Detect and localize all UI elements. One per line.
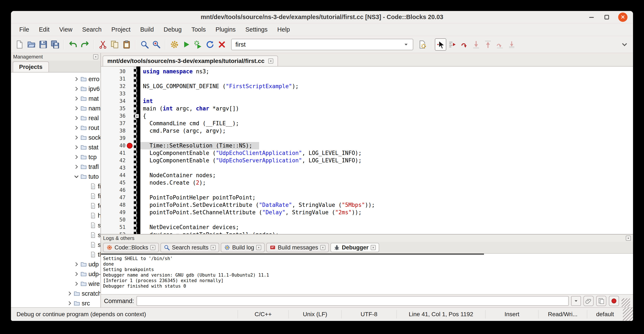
tree-chevron-icon[interactable]: [73, 164, 80, 170]
code-text[interactable]: pointToPoint.SetDeviceAttribute ("DataRa…: [140, 201, 375, 209]
line-number[interactable]: 49: [101, 209, 134, 216]
code-text[interactable]: NodeContainer nodes;: [140, 172, 216, 179]
line-number[interactable]: 48: [101, 201, 134, 209]
copy-log-button[interactable]: [596, 296, 606, 306]
line-number[interactable]: 36: [101, 112, 134, 120]
fold-margin[interactable]: [134, 68, 140, 75]
logs-tab-build-messages[interactable]: Build messages: [266, 243, 329, 252]
debug-continue-button[interactable]: [435, 38, 446, 51]
find-button[interactable]: [139, 38, 150, 51]
paste-button[interactable]: [121, 38, 132, 51]
logs-tab-build-log[interactable]: Build log: [221, 243, 265, 252]
fold-margin[interactable]: [134, 179, 140, 186]
tree-item-stat[interactable]: stat: [11, 142, 100, 152]
menu-item-edit[interactable]: Edit: [34, 23, 54, 36]
toolbar-overflow-button[interactable]: [619, 38, 630, 51]
code-text[interactable]: [140, 135, 143, 142]
code-text[interactable]: [140, 186, 143, 194]
cut-button[interactable]: [97, 38, 108, 51]
code-editor[interactable]: 30using namespace ns3;3132NS_LOG_COMPONE…: [101, 67, 633, 234]
tree-chevron-icon[interactable]: [73, 125, 80, 131]
copy-button[interactable]: [109, 38, 120, 51]
tab-projects[interactable]: Projects: [13, 62, 49, 72]
menu-item-plugins[interactable]: Plugins: [211, 23, 240, 36]
fold-margin[interactable]: [134, 164, 140, 172]
tree-item-he[interactable]: he: [11, 211, 100, 220]
tree-item-se[interactable]: se: [11, 230, 100, 240]
logs-tab-code-blocks[interactable]: Code::Blocks: [103, 243, 159, 252]
step-into-button[interactable]: [470, 38, 482, 51]
tree-item-nam[interactable]: nam: [11, 103, 100, 113]
tree-chevron-icon[interactable]: [73, 95, 80, 102]
tree-item-wire[interactable]: wire: [11, 279, 100, 289]
code-text[interactable]: cmd.Parse (argc, argv);: [140, 127, 226, 135]
close-button[interactable]: [618, 13, 628, 22]
fold-margin[interactable]: [134, 194, 140, 201]
stop-button[interactable]: [609, 296, 619, 306]
logs-tab-search-results[interactable]: Search results: [160, 243, 219, 252]
fold-margin[interactable]: [134, 172, 140, 179]
tree-chevron-icon[interactable]: [73, 271, 80, 277]
titlebar[interactable]: mnt/dev/tools/source/ns-3-dev/examples/t…: [11, 11, 633, 23]
tree-chevron-icon[interactable]: [73, 154, 80, 160]
compile-file-button[interactable]: [417, 38, 428, 51]
line-number[interactable]: 44: [101, 172, 134, 179]
rebuild-button[interactable]: [204, 38, 216, 51]
fold-margin[interactable]: [134, 90, 140, 98]
fold-margin[interactable]: [134, 186, 140, 194]
menu-item-help[interactable]: Help: [272, 23, 295, 36]
code-text[interactable]: LogComponentEnable ("UdpEchoServerApplic…: [140, 157, 362, 164]
menu-item-tools[interactable]: Tools: [186, 23, 211, 36]
line-number[interactable]: 47: [101, 194, 134, 201]
menu-item-file[interactable]: File: [14, 23, 34, 36]
logs-resize-grip[interactable]: [622, 298, 630, 307]
fold-margin[interactable]: [134, 112, 140, 120]
step-out-button[interactable]: [482, 38, 494, 51]
debugger-log[interactable]: Setting SHELL to '/bin/sh'doneSetting br…: [101, 254, 633, 294]
redo-button[interactable]: [79, 38, 90, 51]
line-number[interactable]: 42: [101, 157, 134, 164]
tree-item-tuto[interactable]: tuto: [11, 172, 100, 181]
code-text[interactable]: {: [140, 112, 146, 120]
tree-chevron-icon[interactable]: [66, 290, 73, 297]
save-button[interactable]: [38, 38, 49, 51]
management-close-button[interactable]: [93, 54, 98, 59]
menu-item-settings[interactable]: Settings: [240, 23, 272, 36]
tree-item-mat[interactable]: mat: [11, 94, 100, 103]
logs-tab-debugger[interactable]: Debugger: [330, 243, 379, 252]
step-into-instruction-button[interactable]: [506, 38, 518, 51]
fold-margin[interactable]: [134, 224, 140, 231]
line-number[interactable]: 35: [101, 105, 134, 112]
fold-margin[interactable]: [134, 201, 140, 209]
tree-item-se[interactable]: se: [11, 220, 100, 230]
abort-button[interactable]: [216, 38, 228, 51]
tree-item-udp[interactable]: udp: [11, 259, 100, 269]
tab-close-button[interactable]: [211, 245, 216, 250]
tree-item-src[interactable]: src: [11, 298, 100, 307]
tree-chevron-icon[interactable]: [73, 105, 80, 112]
fold-margin[interactable]: [134, 105, 140, 112]
minimize-button[interactable]: [588, 13, 595, 21]
menu-item-search[interactable]: Search: [77, 23, 106, 36]
code-text[interactable]: [140, 164, 143, 172]
fold-margin[interactable]: [134, 216, 140, 224]
menu-item-project[interactable]: Project: [106, 23, 135, 36]
fold-margin[interactable]: [134, 209, 140, 216]
open-file-button[interactable]: [26, 38, 37, 51]
breakpoint-icon[interactable]: [127, 143, 132, 149]
fold-margin[interactable]: [134, 127, 140, 135]
tree-item-udp[interactable]: udp-: [11, 269, 100, 279]
tree-item-rout[interactable]: rout: [11, 123, 100, 133]
tab-close-button[interactable]: [371, 245, 376, 250]
tree-chevron-icon[interactable]: [66, 300, 73, 306]
line-number[interactable]: 39: [101, 135, 134, 142]
maximize-button[interactable]: [603, 13, 610, 21]
replace-button[interactable]: [151, 38, 162, 51]
code-text[interactable]: PointToPointHelper pointToPoint;: [140, 194, 256, 201]
fold-margin[interactable]: [134, 83, 140, 90]
line-number[interactable]: 52: [101, 231, 134, 234]
project-tree[interactable]: erroipv6matnamrealroutsockstattcptrafltu…: [11, 73, 100, 307]
line-number[interactable]: 31: [101, 75, 134, 83]
code-text[interactable]: [140, 90, 143, 98]
code-text[interactable]: Time::SetResolution (Time::NS);: [140, 142, 259, 149]
